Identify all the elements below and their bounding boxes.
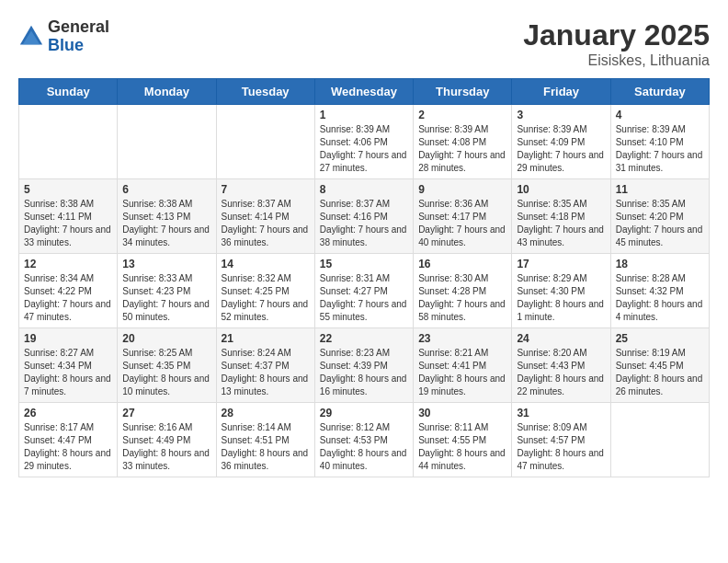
day-info: Sunrise: 8:19 AMSunset: 4:45 PMDaylight:… [616,347,704,398]
day-number: 2 [418,109,506,121]
calendar-cell: 29Sunrise: 8:12 AMSunset: 4:53 PMDayligh… [314,403,413,477]
day-info: Sunrise: 8:36 AMSunset: 4:17 PMDaylight:… [418,198,506,249]
day-info: Sunrise: 8:39 AMSunset: 4:08 PMDaylight:… [418,123,506,175]
logo-text: General Blue [48,18,109,55]
day-info: Sunrise: 8:39 AMSunset: 4:10 PMDaylight:… [616,123,704,175]
day-info: Sunrise: 8:28 AMSunset: 4:32 PMDaylight:… [616,272,704,324]
calendar-cell: 16Sunrise: 8:30 AMSunset: 4:28 PMDayligh… [414,254,512,328]
subtitle: Eisiskes, Lithuania [523,52,710,69]
day-info: Sunrise: 8:14 AMSunset: 4:51 PMDaylight:… [222,421,310,473]
day-number: 14 [222,258,310,270]
calendar-cell: 19Sunrise: 8:27 AMSunset: 4:34 PMDayligh… [19,328,118,403]
calendar-week-row: 1Sunrise: 8:39 AMSunset: 4:06 PMDaylight… [19,105,710,179]
day-info: Sunrise: 8:12 AMSunset: 4:53 PMDaylight:… [320,421,408,473]
calendar-cell: 23Sunrise: 8:21 AMSunset: 4:41 PMDayligh… [414,328,512,403]
day-number: 24 [517,332,605,345]
day-number: 8 [320,183,408,196]
calendar-cell: 13Sunrise: 8:33 AMSunset: 4:23 PMDayligh… [118,254,216,328]
calendar-cell: 21Sunrise: 8:24 AMSunset: 4:37 PMDayligh… [216,328,314,403]
calendar-cell: 2Sunrise: 8:39 AMSunset: 4:08 PMDaylight… [414,105,512,179]
day-info: Sunrise: 8:20 AMSunset: 4:43 PMDaylight:… [517,347,605,398]
weekday-header-saturday: Saturday [610,79,709,105]
calendar-cell: 10Sunrise: 8:35 AMSunset: 4:18 PMDayligh… [512,179,610,254]
day-info: Sunrise: 8:11 AMSunset: 4:55 PMDaylight:… [418,421,506,473]
calendar-cell [610,403,709,477]
day-info: Sunrise: 8:17 AMSunset: 4:47 PMDaylight:… [24,421,112,473]
main-title: January 2025 [523,18,710,52]
day-info: Sunrise: 8:25 AMSunset: 4:35 PMDaylight:… [122,347,210,398]
day-info: Sunrise: 8:16 AMSunset: 4:49 PMDaylight:… [122,421,210,473]
day-number: 22 [320,332,408,345]
calendar-cell: 6Sunrise: 8:38 AMSunset: 4:13 PMDaylight… [118,179,216,254]
day-number: 7 [222,183,310,196]
day-info: Sunrise: 8:30 AMSunset: 4:28 PMDaylight:… [418,272,506,324]
weekday-header-sunday: Sunday [19,79,118,105]
day-info: Sunrise: 8:39 AMSunset: 4:06 PMDaylight:… [320,123,408,175]
day-number: 25 [616,332,704,345]
calendar-cell: 1Sunrise: 8:39 AMSunset: 4:06 PMDaylight… [314,105,413,179]
calendar-week-row: 12Sunrise: 8:34 AMSunset: 4:22 PMDayligh… [19,254,710,328]
day-number: 30 [418,407,506,419]
calendar-cell: 27Sunrise: 8:16 AMSunset: 4:49 PMDayligh… [118,403,216,477]
calendar-cell: 15Sunrise: 8:31 AMSunset: 4:27 PMDayligh… [314,254,413,328]
calendar-cell: 3Sunrise: 8:39 AMSunset: 4:09 PMDaylight… [512,105,610,179]
day-info: Sunrise: 8:23 AMSunset: 4:39 PMDaylight:… [320,347,408,398]
day-number: 6 [122,183,210,196]
day-info: Sunrise: 8:38 AMSunset: 4:11 PMDaylight:… [24,198,112,249]
day-number: 4 [616,109,704,121]
calendar-cell: 17Sunrise: 8:29 AMSunset: 4:30 PMDayligh… [512,254,610,328]
day-info: Sunrise: 8:21 AMSunset: 4:41 PMDaylight:… [418,347,506,398]
day-info: Sunrise: 8:34 AMSunset: 4:22 PMDaylight:… [24,272,112,324]
day-info: Sunrise: 8:09 AMSunset: 4:57 PMDaylight:… [517,421,605,473]
day-info: Sunrise: 8:32 AMSunset: 4:25 PMDaylight:… [222,272,310,324]
calendar-table: SundayMondayTuesdayWednesdayThursdayFrid… [18,78,710,477]
title-section: January 2025 Eisiskes, Lithuania [523,18,710,69]
calendar-cell: 8Sunrise: 8:37 AMSunset: 4:16 PMDaylight… [314,179,413,254]
calendar-cell [216,105,314,179]
day-info: Sunrise: 8:27 AMSunset: 4:34 PMDaylight:… [24,347,112,398]
calendar-cell [19,105,118,179]
day-info: Sunrise: 8:37 AMSunset: 4:16 PMDaylight:… [320,198,408,249]
day-number: 5 [24,183,112,196]
logo-blue-label: Blue [48,37,109,55]
calendar-cell: 20Sunrise: 8:25 AMSunset: 4:35 PMDayligh… [118,328,216,403]
day-info: Sunrise: 8:33 AMSunset: 4:23 PMDaylight:… [122,272,210,324]
calendar-week-row: 19Sunrise: 8:27 AMSunset: 4:34 PMDayligh… [19,328,710,403]
calendar-cell: 14Sunrise: 8:32 AMSunset: 4:25 PMDayligh… [216,254,314,328]
day-info: Sunrise: 8:29 AMSunset: 4:30 PMDaylight:… [517,272,605,324]
logo-icon [18,24,44,50]
weekday-header-tuesday: Tuesday [216,79,314,105]
calendar-cell: 5Sunrise: 8:38 AMSunset: 4:11 PMDaylight… [19,179,118,254]
calendar-week-row: 26Sunrise: 8:17 AMSunset: 4:47 PMDayligh… [19,403,710,477]
weekday-header-thursday: Thursday [414,79,512,105]
calendar-cell: 9Sunrise: 8:36 AMSunset: 4:17 PMDaylight… [414,179,512,254]
calendar-cell: 25Sunrise: 8:19 AMSunset: 4:45 PMDayligh… [610,328,709,403]
calendar-cell: 18Sunrise: 8:28 AMSunset: 4:32 PMDayligh… [610,254,709,328]
calendar-cell [118,105,216,179]
day-number: 19 [24,332,112,345]
calendar-cell: 12Sunrise: 8:34 AMSunset: 4:22 PMDayligh… [19,254,118,328]
page-header: General Blue January 2025 Eisiskes, Lith… [18,18,710,69]
day-number: 20 [122,332,210,345]
day-number: 21 [222,332,310,345]
day-number: 27 [122,407,210,419]
day-number: 13 [122,258,210,270]
calendar-cell: 24Sunrise: 8:20 AMSunset: 4:43 PMDayligh… [512,328,610,403]
calendar-cell: 26Sunrise: 8:17 AMSunset: 4:47 PMDayligh… [19,403,118,477]
calendar-header-row: SundayMondayTuesdayWednesdayThursdayFrid… [19,79,710,105]
day-number: 23 [418,332,506,345]
calendar-cell: 4Sunrise: 8:39 AMSunset: 4:10 PMDaylight… [610,105,709,179]
calendar-cell: 30Sunrise: 8:11 AMSunset: 4:55 PMDayligh… [414,403,512,477]
day-number: 15 [320,258,408,270]
day-number: 18 [616,258,704,270]
day-number: 9 [418,183,506,196]
calendar-cell: 7Sunrise: 8:37 AMSunset: 4:14 PMDaylight… [216,179,314,254]
weekday-header-wednesday: Wednesday [314,79,413,105]
day-number: 26 [24,407,112,419]
day-number: 12 [24,258,112,270]
day-number: 31 [517,407,605,419]
weekday-header-monday: Monday [118,79,216,105]
day-number: 10 [517,183,605,196]
calendar-week-row: 5Sunrise: 8:38 AMSunset: 4:11 PMDaylight… [19,179,710,254]
day-number: 28 [222,407,310,419]
